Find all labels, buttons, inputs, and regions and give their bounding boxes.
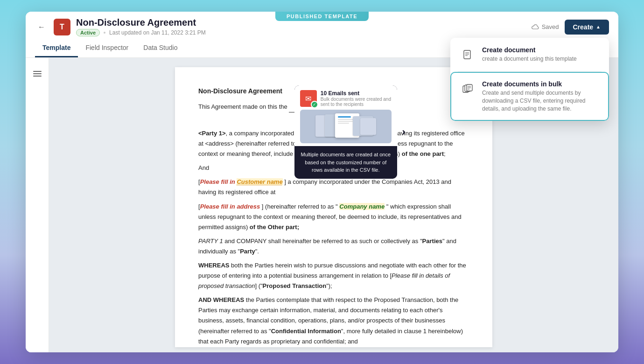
tab-data-studio[interactable]: Data Studio — [136, 40, 185, 57]
create-doc-desc: create a document using this template — [482, 58, 577, 63]
doc-line-2 — [338, 121, 353, 122]
and-whereas-para: AND WHEREAS the Parties contemplate that… — [198, 295, 469, 346]
svg-rect-2 — [33, 76, 42, 77]
last-updated: Last updated on Jan 11, 2022 3:21 PM — [109, 29, 206, 36]
create-bulk-option[interactable]: Create documents in bulk Create and send… — [450, 72, 609, 121]
published-banner: PUBLISHED TEMPLATE — [275, 12, 369, 21]
docs-preview — [300, 110, 392, 143]
create-document-text: Create document create a document using … — [482, 58, 577, 63]
and-whereas2-para: AND WHEREAS, each Party wishes to review… — [198, 350, 469, 352]
sidebar-list-icon[interactable] — [29, 65, 46, 82]
preview-popup: ✉ ✓ 10 Emails sent Bulk documents were c… — [294, 85, 397, 179]
dot-separator — [104, 32, 105, 34]
svg-rect-1 — [33, 73, 42, 74]
doc-line-3 — [338, 123, 349, 124]
party-company-para: PARTY 1 and COMPANY shall hereinafter be… — [198, 236, 469, 257]
svg-rect-3 — [464, 58, 470, 59]
chevron-right-icon: › — [402, 126, 405, 138]
create-bulk-desc: Create and send multiple documents by do… — [482, 89, 600, 112]
doc-mini-5 — [360, 118, 376, 135]
create-doc-icon — [460, 58, 476, 63]
sidebar — [26, 58, 49, 352]
create-label: Create — [573, 23, 594, 31]
email-sent-icon-wrap: ✉ ✓ — [300, 90, 317, 107]
preview-tooltip: Multiple documents are created at once b… — [294, 146, 397, 179]
main-content: Non-Disclosure Agreement This Agreement … — [26, 58, 618, 352]
create-button[interactable]: Create ▲ — [565, 20, 609, 35]
svg-rect-0 — [33, 71, 42, 72]
create-bulk-text: Create documents in bulk Create and send… — [482, 80, 600, 112]
create-arrow-icon: ▲ — [596, 24, 601, 29]
fill-address-para: [Please fill in address ] (hereinafter r… — [198, 202, 469, 232]
cloud-icon — [532, 23, 539, 31]
save-status: Saved — [532, 23, 559, 31]
emails-sent-sub: Bulk documents were created and sent to … — [321, 97, 392, 107]
create-document-option[interactable]: Create document create a document using … — [450, 58, 609, 71]
emails-sent-count: 10 Emails sent — [321, 90, 392, 97]
check-badge: ✓ — [311, 101, 318, 108]
doc-line-blue — [338, 116, 351, 118]
fill-customer-para: [Please fill in Customer name ] a compan… — [198, 177, 469, 197]
back-button[interactable]: ← — [35, 21, 48, 34]
preview-tooltip-text: Multiple documents are created at once b… — [301, 152, 391, 173]
tab-template[interactable]: Template — [35, 40, 78, 57]
template-icon: T — [54, 19, 70, 35]
create-bulk-icon — [460, 81, 476, 97]
active-badge: Active — [76, 29, 100, 36]
tab-field-inspector[interactable]: Field Inspector — [78, 40, 136, 57]
create-bulk-title: Create documents in bulk — [482, 80, 600, 88]
saved-label: Saved — [542, 23, 559, 30]
whereas1-para: WHEREAS both the Parties herein wish to … — [198, 260, 469, 291]
create-dropdown: Create document create a document using … — [450, 58, 609, 121]
